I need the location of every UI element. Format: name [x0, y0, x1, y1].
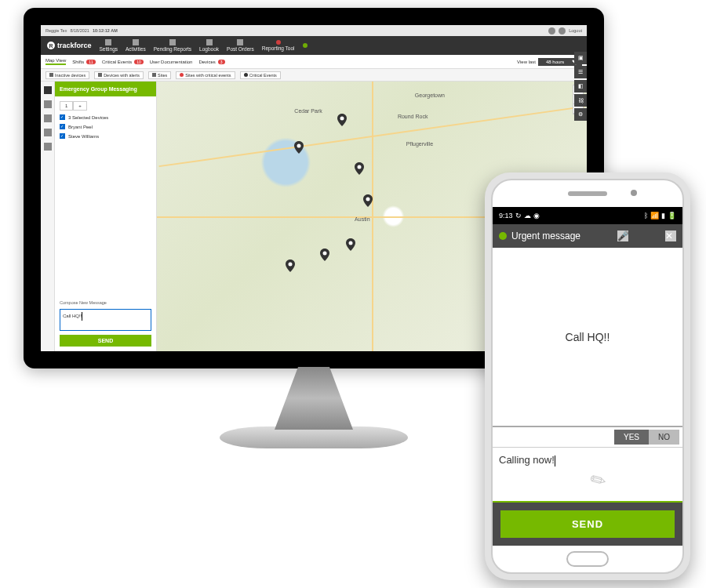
current-user: Reggie Tex: [45, 28, 67, 33]
report-icon: [169, 39, 176, 45]
close-session-icon[interactable]: [559, 27, 566, 34]
phone-app-header: Urgent message 🎤 ✕: [493, 224, 682, 248]
map-pin[interactable]: [286, 260, 295, 272]
text-cursor: [82, 312, 82, 321]
tab-user-documentation[interactable]: User Documentation: [150, 60, 193, 64]
map-pin[interactable]: [320, 249, 329, 261]
search-icon[interactable]: [44, 100, 52, 108]
nav-settings[interactable]: Settings: [100, 39, 118, 52]
add-message-tab[interactable]: +: [73, 101, 87, 111]
location-icon: ◉: [533, 212, 540, 220]
filter-sites[interactable]: Sites: [148, 71, 171, 79]
phone-message-body: Call HQ!!: [493, 248, 682, 427]
battery-icon: 🔋: [668, 212, 676, 220]
brand-icon: R: [47, 42, 55, 49]
city-label: Pflugerville: [406, 141, 433, 147]
logbook-icon: [206, 39, 213, 45]
logout-link[interactable]: Logout: [569, 28, 582, 33]
recipient-name: Bryant Peel: [68, 125, 93, 129]
phone-footer: SEND: [493, 503, 682, 546]
pin-dark-icon: [244, 73, 248, 77]
no-button[interactable]: NO: [649, 430, 679, 445]
tab-map-view[interactable]: Map View: [45, 58, 66, 65]
tools-icon[interactable]: ✕: [665, 230, 676, 241]
phone-device: 9:13 ↻ ☁ ◉ ᛒ 📶 ▮ 🔋 Urgent message 🎤 ✕ Ca…: [485, 172, 690, 580]
nav-label: Logbook: [199, 46, 219, 52]
yes-no-row: YES NO: [493, 427, 682, 448]
nav-status[interactable]: [303, 43, 308, 48]
city-label: Round Rock: [398, 114, 428, 119]
text-cursor: [555, 456, 555, 466]
svg-point-0: [366, 198, 370, 201]
send-button[interactable]: SEND: [60, 335, 151, 347]
view-last-label: View last: [517, 60, 536, 64]
edge-tool-icon[interactable]: ⛓: [574, 94, 587, 107]
map-pin[interactable]: [363, 194, 373, 207]
recipient-name: Steve Williams: [68, 134, 99, 139]
brand-logo[interactable]: R trackforce: [47, 42, 92, 49]
activity-icon: [133, 39, 139, 45]
clipboard-icon[interactable]: [44, 143, 52, 151]
nav-reporting-tool[interactable]: Reporting Tool: [262, 40, 295, 51]
nav-pending-reports[interactable]: Pending Reports: [154, 39, 191, 52]
mic-icon[interactable]: [44, 114, 52, 122]
map-pin[interactable]: [337, 114, 347, 126]
road-line: [372, 82, 373, 351]
checkbox-icon[interactable]: [60, 114, 65, 120]
tab-critical-events[interactable]: Critical Events10: [102, 60, 144, 64]
compose-textarea[interactable]: Call HQ!!: [60, 309, 151, 331]
nav-logbook[interactable]: Logbook: [199, 39, 219, 52]
messaging-icon[interactable]: [44, 86, 52, 94]
badge: 3: [218, 60, 225, 64]
edge-tool-icon[interactable]: ⚙: [574, 108, 587, 121]
checkbox-icon[interactable]: [60, 133, 65, 139]
phone-send-button[interactable]: SEND: [500, 510, 675, 538]
filter-sites-critical[interactable]: Sites with critical events: [176, 71, 235, 79]
selected-devices-row[interactable]: 3 Selected Devices: [60, 114, 151, 120]
nav-activities[interactable]: Activities: [126, 39, 146, 52]
tab-label: Devices: [198, 60, 215, 64]
green-dot-icon: [303, 43, 308, 48]
filter-label: Sites with critical events: [185, 73, 231, 78]
city-label: Georgetown: [415, 93, 445, 98]
help-icon[interactable]: [548, 27, 555, 34]
phone-status-bar: 9:13 ↻ ☁ ◉ ᛒ 📶 ▮ 🔋: [493, 207, 682, 224]
pin-red-icon: [180, 73, 184, 77]
city-label-austin: Austin: [355, 216, 369, 222]
svg-point-6: [289, 263, 293, 267]
message-tabs: 1 +: [60, 101, 151, 111]
message-tab-1[interactable]: 1: [60, 101, 73, 111]
sidebar-title: Emergency Group Messaging: [55, 82, 156, 96]
tab-row: Map View Shifts11 Critical Events10 User…: [41, 55, 587, 69]
edge-tool-icon[interactable]: ◧: [574, 80, 587, 93]
nav-post-orders[interactable]: Post Orders: [227, 39, 254, 52]
tab-devices[interactable]: Devices3: [198, 60, 224, 64]
pencil-icon: ✎: [587, 467, 611, 494]
device-icon: [98, 73, 102, 77]
recipient-row[interactable]: Steve Williams: [60, 133, 151, 139]
map-pin[interactable]: [355, 162, 364, 175]
tab-shifts[interactable]: Shifts11: [72, 60, 96, 64]
map-pin[interactable]: [346, 238, 355, 251]
filter-critical-events[interactable]: Critical Events: [240, 71, 281, 79]
yes-button[interactable]: YES: [614, 430, 649, 445]
mic-icon[interactable]: 🎤: [617, 230, 628, 241]
filter-inactive-devices[interactable]: Inactive devices: [45, 71, 89, 79]
home-button[interactable]: [566, 551, 609, 567]
reply-textarea[interactable]: Calling now! ✎: [493, 448, 682, 503]
tab-label: User Documentation: [150, 60, 193, 64]
view-last-control: View last 48 hours: [517, 58, 582, 66]
edge-tool-icon[interactable]: ▣: [574, 52, 587, 64]
edge-tool-icon[interactable]: ☰: [574, 66, 587, 78]
brand-text: trackforce: [57, 42, 92, 49]
nav-label: Pending Reports: [154, 46, 191, 52]
checkbox-icon[interactable]: [60, 124, 65, 129]
map-pin[interactable]: [294, 141, 304, 154]
vertical-toolbar: [41, 82, 55, 351]
recipient-row[interactable]: Bryant Peel: [60, 124, 151, 129]
device-icon[interactable]: [44, 129, 52, 136]
user-info-bar: Reggie Tex 8/18/2021 10:12:12 AM Logout: [41, 25, 587, 36]
nav-label: Activities: [126, 46, 146, 52]
current-time: 10:12:12 AM: [93, 28, 118, 33]
filter-devices-alerts[interactable]: Devices with alerts: [94, 71, 144, 79]
